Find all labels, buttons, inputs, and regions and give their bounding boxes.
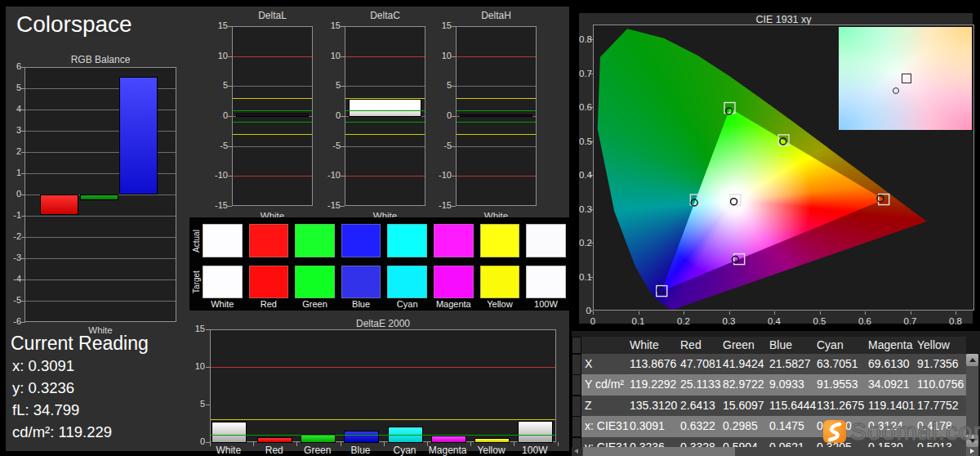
deltae-y-tick-label: 10 xyxy=(190,361,205,371)
swatch-cell xyxy=(526,224,566,257)
delta-chart-title: DeltaL xyxy=(207,10,337,21)
cie-y-tick-label: 0.7 xyxy=(579,69,591,78)
delta-y-tick-label: 10 xyxy=(434,51,452,60)
table-header-cell: Cyan xyxy=(817,338,866,351)
cie-chart-title: CIE 1931 xy xyxy=(593,14,974,25)
rgb-balance-plot xyxy=(24,67,176,322)
delta-y-tick-label: -5 xyxy=(434,141,452,150)
cie-measured-yellow xyxy=(780,138,786,145)
delta-y-tick-label: 10 xyxy=(210,51,228,60)
delta-y-tick-label: -10 xyxy=(434,170,452,180)
table-row[interactable]: Z135.31202.641315.6097115.6444131.267511… xyxy=(581,396,966,416)
swatch-cell xyxy=(434,266,474,298)
rgb-y-tick xyxy=(21,301,25,302)
rgb-y-tick xyxy=(21,322,25,323)
cie-x-tick-label: 0.4 xyxy=(762,316,786,326)
delta-y-tick xyxy=(341,56,345,57)
v-scroll-up-button[interactable] xyxy=(966,354,978,366)
deltae-title: DeltaE 2000 xyxy=(210,318,556,329)
table-cell: 0.3236 xyxy=(630,440,679,447)
deltae-y-tick xyxy=(206,367,210,368)
deltae-y-tick xyxy=(206,405,210,405)
table-cell: 0.3328 xyxy=(680,440,721,447)
rgb-y-tick xyxy=(21,279,25,280)
deltae-x-label: Yellow xyxy=(468,445,514,456)
cie-y-tick-label: 0.6 xyxy=(579,102,591,112)
table-cell: 63.7051 xyxy=(817,357,866,370)
table-cell: 119.2292 xyxy=(630,378,679,391)
rgb-y-tick xyxy=(21,194,25,195)
deltae-x-label: Green xyxy=(294,445,341,456)
delta-ref-line xyxy=(457,122,536,123)
deltae-y-tick-label: 0 xyxy=(190,436,205,446)
rgb-gridline xyxy=(25,301,176,302)
deltae-ref-line xyxy=(211,367,555,368)
table-header-cell: Magenta xyxy=(868,338,915,351)
table-gutter-cell xyxy=(572,396,581,416)
cie-x-tick-label: 0.5 xyxy=(808,316,832,326)
cie-y-tick-label: 0.1 xyxy=(579,272,591,282)
cie-x-tick-label: 0.7 xyxy=(898,316,923,326)
table-cell: 91.7356 xyxy=(917,357,964,370)
cie-1931-panel: CIE 1931 xy 00.10.20.30.40.50.60.70.800.… xyxy=(574,8,978,329)
rgb-gridline xyxy=(25,279,176,280)
rgb-y-tick xyxy=(21,173,25,174)
table-cell: 91.9553 xyxy=(817,378,866,391)
delta-ref-line xyxy=(345,176,425,177)
cie-y-tick-label: 0 xyxy=(579,306,591,315)
swatch-cell xyxy=(295,266,335,298)
delta-y-tick xyxy=(228,206,232,207)
cie-x-tick-label: 0.3 xyxy=(717,316,742,326)
deltae-x-label: Blue xyxy=(337,445,384,456)
delta-y-tick-label: -15 xyxy=(210,200,228,210)
table-header-cell: Green xyxy=(723,338,768,351)
table-row[interactable]: X113.867647.708141.942421.582763.705169.… xyxy=(581,354,966,374)
delta-ref-line xyxy=(457,56,536,57)
rgb-bar-red xyxy=(40,194,78,215)
rgb-y-tick-label: 3 xyxy=(6,125,21,135)
delta-y-tick xyxy=(452,26,456,27)
swatch-cell xyxy=(249,266,289,298)
table-cell: 113.8676 xyxy=(630,357,679,370)
cie-x-tick-label: 0.1 xyxy=(626,316,651,326)
rgb-y-tick-label: -4 xyxy=(6,274,21,284)
delta-ref-line xyxy=(457,176,536,177)
cie-x-tick-label: 0.8 xyxy=(943,316,968,326)
h-scrollbar-thumb[interactable] xyxy=(583,447,735,456)
table-cell: 69.6130 xyxy=(868,357,915,370)
rgb-y-tick-label: 1 xyxy=(6,168,21,177)
rgb-bar-green xyxy=(80,194,118,200)
table-cell: 15.6097 xyxy=(723,399,768,412)
swatch-cell xyxy=(387,266,427,298)
swatch-col-label: 100W xyxy=(523,299,569,309)
delta-y-tick-label: 15 xyxy=(434,20,452,30)
rgb-y-tick xyxy=(21,152,25,153)
delta-chart-title: DeltaH xyxy=(431,10,561,21)
table-cell: 21.5827 xyxy=(769,357,815,370)
cie-x-tick xyxy=(820,311,821,315)
h-scroll-left-button[interactable] xyxy=(572,447,582,456)
page-title: Colorspace xyxy=(16,11,132,38)
swatch-cell xyxy=(480,224,520,257)
table-cell: 41.9424 xyxy=(723,357,768,370)
table-row[interactable]: Y cd/m²119.229225.113382.97229.093391.95… xyxy=(581,374,966,395)
rgb-y-tick-label: -5 xyxy=(6,295,21,305)
table-cell: y: CIE31 xyxy=(585,440,629,447)
table-cell: 135.3120 xyxy=(630,399,679,412)
table-cell: 131.2675 xyxy=(817,399,866,412)
soomal-logo-icon xyxy=(823,420,846,443)
delta-y-tick xyxy=(452,116,456,117)
table-cell: 0.2985 xyxy=(723,419,768,432)
swatch-col-label: Blue xyxy=(338,299,385,309)
delta-ref-line xyxy=(345,110,425,111)
rgb-gridline xyxy=(25,258,176,259)
rgb-y-tick-label: 5 xyxy=(6,83,21,92)
table-cell: 0.1475 xyxy=(769,419,815,432)
left-arrow-icon xyxy=(574,449,578,454)
delta-y-tick xyxy=(452,176,456,177)
table-gutter-cell xyxy=(572,355,581,374)
rgb-y-tick-label: 2 xyxy=(6,146,21,156)
h-scroll-right-button[interactable] xyxy=(966,447,978,456)
deltae-x-label: 100W xyxy=(511,445,558,456)
deltae-bar-red xyxy=(257,437,292,443)
